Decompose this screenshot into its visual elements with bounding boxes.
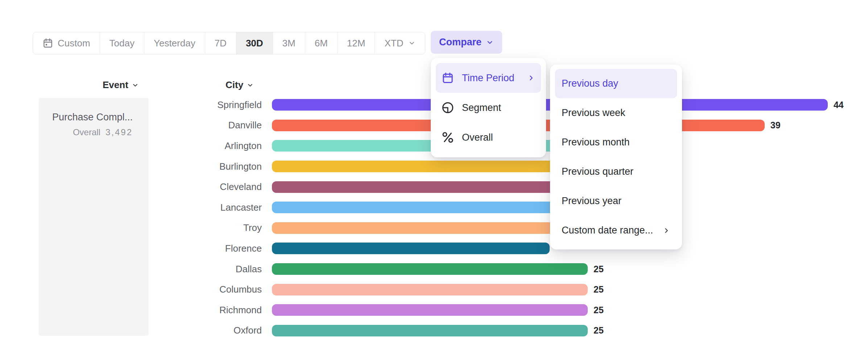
date-range-segment-custom[interactable]: Custom bbox=[33, 32, 100, 54]
segment-label: Yesterday bbox=[154, 38, 195, 49]
bar-dallas[interactable] bbox=[272, 263, 588, 275]
bar-value: 25 bbox=[594, 325, 604, 336]
category-label: Springfield bbox=[0, 99, 272, 111]
chart-row-troy: Troy26 bbox=[0, 218, 868, 239]
bar-value: 44 bbox=[834, 100, 844, 110]
bar-richmond[interactable] bbox=[272, 304, 588, 316]
date-range-segment-30d[interactable]: 30D bbox=[236, 32, 273, 54]
bar-columbus[interactable] bbox=[272, 284, 588, 295]
compare-button[interactable]: Compare bbox=[431, 31, 502, 54]
submenu-item-previous-quarter[interactable]: Previous quarter bbox=[555, 157, 677, 186]
time-period-submenu: Previous dayPrevious weekPrevious monthP… bbox=[550, 65, 682, 249]
bar-florence[interactable] bbox=[272, 243, 550, 254]
chevron-down-icon bbox=[132, 82, 139, 89]
category-label: Arlington bbox=[0, 140, 272, 152]
chart-row-lancaster: Lancaster27 bbox=[0, 197, 868, 218]
chevron-right-icon bbox=[662, 227, 670, 235]
analytics-report: CustomTodayYesterday7D30D3M6M12MXTD Comp… bbox=[0, 0, 868, 364]
category-label: Lancaster bbox=[0, 202, 272, 213]
submenu-item-previous-week[interactable]: Previous week bbox=[555, 98, 677, 128]
date-range-segment-xtd[interactable]: XTD bbox=[375, 32, 425, 54]
submenu-item-custom-date-range[interactable]: Custom date range... bbox=[555, 216, 677, 245]
category-label: Columbus bbox=[0, 284, 272, 295]
date-range-segment-today[interactable]: Today bbox=[100, 32, 144, 54]
date-range-toolbar: CustomTodayYesterday7D30D3M6M12MXTD bbox=[33, 32, 425, 54]
chevron-down-icon bbox=[247, 82, 254, 89]
city-column-header-label: City bbox=[226, 79, 243, 91]
segment-label: Custom bbox=[58, 38, 90, 49]
segment-icon bbox=[442, 102, 454, 114]
date-range-segment-6m[interactable]: 6M bbox=[305, 32, 338, 54]
menu-item-label: Overall bbox=[462, 132, 493, 143]
chart-row-richmond: Richmond25 bbox=[0, 300, 868, 320]
chevron-down-icon bbox=[486, 38, 494, 46]
compare-menu-item-segment[interactable]: Segment bbox=[436, 93, 541, 123]
bar-value: 25 bbox=[594, 284, 604, 295]
submenu-item-previous-day[interactable]: Previous day bbox=[555, 69, 677, 98]
city-column-header[interactable]: City bbox=[226, 79, 254, 91]
menu-item-label: Segment bbox=[462, 102, 501, 113]
bar-value: 25 bbox=[594, 305, 604, 315]
chart-row-columbus: Columbus25 bbox=[0, 279, 868, 300]
chevron-down-icon bbox=[408, 40, 416, 47]
segment-label: 7D bbox=[215, 38, 227, 49]
bar-oxford[interactable] bbox=[272, 325, 588, 336]
category-label: Florence bbox=[0, 243, 272, 254]
submenu-item-previous-month[interactable]: Previous month bbox=[555, 128, 677, 157]
chevron-right-icon bbox=[527, 74, 535, 82]
category-label: Troy bbox=[0, 222, 272, 233]
menu-item-label: Time Period bbox=[462, 73, 514, 84]
compare-menu-item-time-period[interactable]: Time Period bbox=[436, 63, 541, 93]
category-label: Dallas bbox=[0, 264, 272, 275]
date-range-segment-7d[interactable]: 7D bbox=[205, 32, 236, 54]
bar-value: 25 bbox=[594, 264, 604, 274]
submenu-item-label: Previous quarter bbox=[562, 166, 633, 177]
submenu-item-label: Previous day bbox=[562, 78, 618, 89]
event-column-header-label: Event bbox=[103, 79, 128, 91]
segment-label: Today bbox=[109, 38, 135, 49]
date-range-segment-yesterday[interactable]: Yesterday bbox=[144, 32, 205, 54]
calendar-icon bbox=[442, 72, 454, 84]
category-label: Cleveland bbox=[0, 181, 272, 193]
chart-row-cleveland: Cleveland28 bbox=[0, 177, 868, 197]
submenu-item-label: Previous year bbox=[562, 195, 621, 207]
category-label: Richmond bbox=[0, 305, 272, 316]
calendar-dot-icon bbox=[42, 38, 53, 49]
chart-row-oxford: Oxford25 bbox=[0, 320, 868, 341]
segment-label: 12M bbox=[347, 38, 365, 49]
date-range-segment-12m[interactable]: 12M bbox=[338, 32, 375, 54]
segment-label: 6M bbox=[315, 38, 328, 49]
chart-row-dallas: Dallas25 bbox=[0, 259, 868, 280]
segment-label: XTD bbox=[384, 38, 403, 49]
bar-value: 39 bbox=[770, 120, 781, 131]
segment-label: 3M bbox=[282, 38, 295, 49]
compare-menu-item-overall[interactable]: Overall bbox=[436, 123, 541, 152]
compare-menu: Time PeriodSegmentOverall bbox=[431, 58, 546, 157]
compare-button-label: Compare bbox=[439, 37, 481, 48]
date-range-segment-3m[interactable]: 3M bbox=[273, 32, 305, 54]
event-column-header[interactable]: Event bbox=[103, 79, 139, 91]
submenu-item-label: Previous month bbox=[562, 137, 630, 148]
segment-label: 30D bbox=[246, 38, 263, 49]
chart-row-burlington: Burlington29 bbox=[0, 156, 868, 177]
submenu-item-previous-year[interactable]: Previous year bbox=[555, 186, 677, 216]
category-label: Oxford bbox=[0, 325, 272, 336]
category-label: Burlington bbox=[0, 161, 272, 172]
chart-row-florence: Florence22 bbox=[0, 238, 868, 259]
submenu-item-label: Previous week bbox=[562, 107, 625, 119]
percent-icon bbox=[442, 131, 454, 144]
category-label: Danville bbox=[0, 120, 272, 131]
submenu-item-label: Custom date range... bbox=[562, 225, 653, 236]
